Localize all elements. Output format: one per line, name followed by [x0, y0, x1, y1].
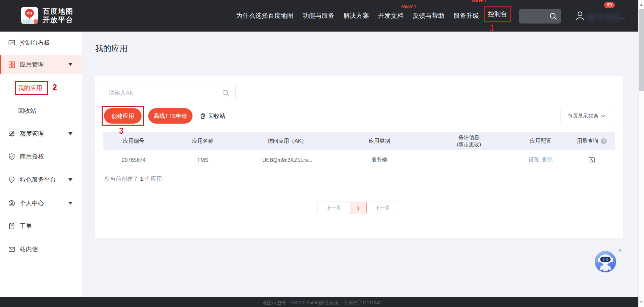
page-size-select[interactable]: 每页显示30条: [560, 110, 613, 122]
current-page-button[interactable]: 1: [350, 202, 367, 214]
col-header-app-config: 应用配置: [513, 138, 569, 145]
sidebar-item-quota-management[interactable]: 额度管理: [0, 124, 82, 143]
table-row: 20765874 TMS UEBQm9c3KZ5Lrs... 服务端 设置 删除: [103, 150, 615, 170]
app-count-text: 您当前创建了 1 个应用: [104, 175, 162, 183]
nav-solutions[interactable]: 解决方案: [343, 11, 369, 20]
person-circle-icon: [8, 200, 15, 207]
col-header-category: 应用类别: [333, 138, 426, 145]
chevron-down-icon: [68, 132, 72, 137]
close-icon[interactable]: ×: [618, 247, 622, 254]
col-header-ak: 访问应用（AK）: [241, 138, 333, 145]
recycle-bin-link[interactable]: 回收站: [200, 108, 225, 124]
prev-page-button[interactable]: 上一页: [318, 202, 350, 214]
sidebar-item-commercial-license[interactable]: 商用授权: [0, 147, 82, 166]
usage-chart-icon[interactable]: [588, 157, 595, 164]
cell-ak[interactable]: UEBQm9c3KZ5Lrs...: [241, 157, 333, 163]
sidebar-item-app-management[interactable]: 应用管理: [0, 55, 82, 74]
ak-search-input[interactable]: [103, 86, 216, 100]
nav-console[interactable]: NEW ! 控制台: [484, 6, 511, 22]
ak-search-box: [103, 86, 236, 100]
chevron-down-icon: [68, 63, 72, 68]
trash-icon: [200, 113, 206, 119]
scroll-down-arrow-icon[interactable]: [640, 301, 643, 305]
new-badge: NEW !: [472, 0, 486, 3]
nav-service-upgrade[interactable]: 服务升级: [453, 11, 479, 20]
vertical-scrollbar[interactable]: [638, 0, 644, 307]
top-nav: 为什么选择百度地图 功能与服务 解决方案 开发文档 NEW ! 反馈与帮助 服务…: [236, 0, 507, 32]
assistant-robot-icon[interactable]: [594, 251, 616, 273]
main-content: 我的应用 创建应用 3 离线TTS申请 回收站 每页显示30条: [82, 32, 638, 297]
sidebar-item-featured-services[interactable]: 特色服务平台: [0, 170, 82, 189]
sidebar-item-personal-center[interactable]: 个人中心: [0, 194, 82, 213]
nav-dev-docs[interactable]: 开发文档: [378, 11, 404, 20]
settings-link[interactable]: 设置: [528, 157, 539, 164]
ak-search-button[interactable]: [216, 86, 235, 100]
page-title: 我的应用: [95, 43, 127, 54]
nav-features-services[interactable]: 功能与服务: [303, 11, 334, 20]
nav-feedback-help[interactable]: NEW ! 反馈与帮助: [413, 11, 444, 20]
sliders-icon: [8, 130, 15, 137]
cell-app-name: TMS: [164, 157, 241, 163]
chevron-down-icon: [68, 202, 72, 207]
annotation-box-step-2: [15, 81, 48, 95]
topbar-search-input[interactable]: [519, 9, 561, 24]
my-apps-card: 创建应用 3 离线TTS申请 回收站 每页显示30条 应用编号 应用名称 访问应…: [95, 76, 623, 238]
map-pin-minus-icon: [8, 176, 15, 183]
user-name-masked[interactable]: 账号名称 ...: [587, 11, 621, 21]
sidebar-item-recycle-bin[interactable]: 回收站: [0, 101, 82, 120]
annotation-step-2: 2: [52, 83, 57, 92]
sidebar: A 控制台看板 应用管理 我的应用 2 回收站 额度管理: [0, 32, 82, 297]
baidu-map-logo[interactable]: du 百度地图 开放平台: [21, 7, 73, 24]
cell-app-config: 设置 删除: [513, 157, 569, 164]
table-header-row: 应用编号 应用名称 访问应用（AK） 应用类别 备注信息 (双击更改) 应用配置…: [103, 132, 615, 150]
baidu-map-logo-icon: du: [21, 7, 38, 24]
apps-grid-icon: [8, 61, 15, 68]
search-icon: [221, 89, 230, 97]
sidebar-item-work-order[interactable]: 工单: [0, 217, 82, 235]
chevron-down-icon: [68, 178, 72, 183]
next-page-button[interactable]: 下一页: [367, 202, 399, 214]
map-pin-icon: du: [25, 9, 34, 17]
annotation-step-3: 3: [119, 126, 124, 136]
chevron-down-icon: [601, 115, 605, 118]
col-header-app-name: 应用名称: [164, 138, 241, 145]
dashboard-icon: A: [8, 39, 15, 46]
pagination: 上一页 1 下一页: [317, 202, 399, 214]
app-count-number: 1: [140, 176, 143, 182]
clipboard-icon: [8, 222, 15, 230]
col-header-app-id: 应用编号: [103, 138, 164, 145]
cell-usage-query: [569, 157, 615, 164]
search-icon: [549, 12, 558, 21]
col-header-usage-query: 用量查询 ?: [569, 138, 615, 145]
topbar: du 百度地图 开放平台 为什么选择百度地图 功能与服务 解决方案 开发文档 N…: [0, 0, 644, 32]
sidebar-item-site-mail[interactable]: 站内信: [0, 240, 82, 259]
user-avatar-icon[interactable]: [574, 10, 586, 22]
footer-filing-text: 地图审图号：GS(2022)460|测绘资质：甲测资字11111342: [0, 300, 644, 306]
delete-link[interactable]: 删除: [542, 157, 553, 164]
help-icon[interactable]: ?: [601, 138, 607, 144]
annotation-step-1: 1: [490, 23, 494, 33]
mail-icon: [8, 246, 15, 253]
annotation-box-step-3: [102, 106, 144, 126]
sidebar-item-console-dashboard[interactable]: A 控制台看板: [0, 33, 82, 52]
scrollbar-thumb[interactable]: [639, 9, 644, 91]
cell-app-id: 20765874: [103, 157, 164, 163]
logo-text: 百度地图 开放平台: [43, 7, 73, 24]
nav-why-baidu-map[interactable]: 为什么选择百度地图: [236, 11, 293, 20]
apps-table: 应用编号 应用名称 访问应用（AK） 应用类别 备注信息 (双击更改) 应用配置…: [103, 132, 615, 170]
scroll-up-arrow-icon[interactable]: [640, 2, 643, 6]
new-badge: NEW !: [401, 3, 416, 9]
shield-check-icon: [8, 153, 15, 160]
notification-count-badge[interactable]: 53: [604, 2, 615, 8]
col-header-note: 备注信息 (双击更改): [425, 134, 512, 148]
offline-tts-apply-button[interactable]: 离线TTS申请: [148, 108, 193, 124]
cell-category: 服务端: [333, 157, 426, 164]
footer: 地图审图号：GS(2022)460|测绘资质：甲测资字11111342: [0, 297, 644, 307]
svg-text:A: A: [10, 41, 12, 45]
title-divider: [136, 53, 622, 53]
